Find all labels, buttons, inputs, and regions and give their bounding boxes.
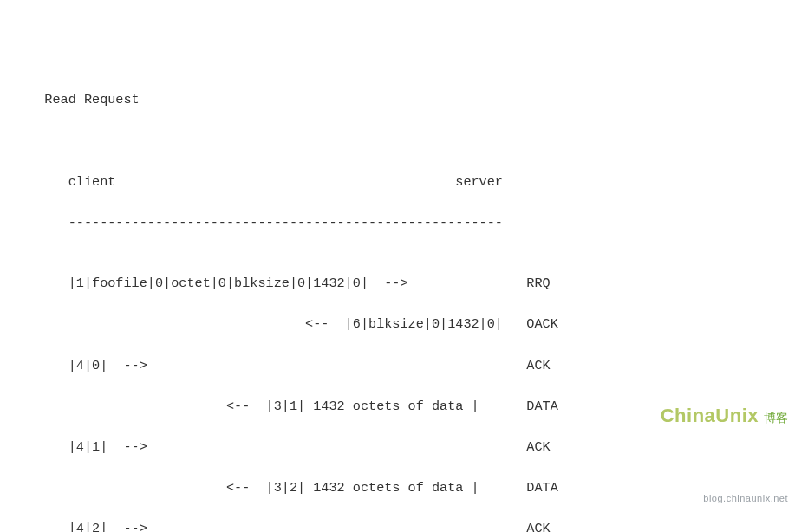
read-row: |4|1| --> ACK bbox=[21, 438, 795, 458]
tag-cell: ACK bbox=[526, 358, 550, 373]
tag-cell: RRQ bbox=[526, 276, 550, 291]
tag-cell: OACK bbox=[526, 316, 557, 332]
tag-cell: ACK bbox=[526, 439, 550, 455]
diagram-cell: |4|2| --> bbox=[68, 521, 503, 532]
read-rule: ----------------------------------------… bbox=[21, 213, 795, 234]
read-title: Read Request bbox=[21, 90, 795, 111]
read-row: |1|foofile|0|octet|0|blksize|0|1432|0| -… bbox=[21, 274, 795, 295]
diagram-cell: |4|1| --> bbox=[68, 439, 503, 455]
diagram-cell: <-- |6|blksize|0|1432|0| bbox=[68, 316, 503, 332]
read-header: client server bbox=[21, 172, 795, 193]
diagram-cell: <-- |3|1| 1432 octets of data | bbox=[68, 399, 503, 414]
read-row: |4|2| --> ACK bbox=[21, 519, 795, 532]
diagram-cell: |1|foofile|0|octet|0|blksize|0|1432|0| -… bbox=[68, 276, 503, 291]
tag-cell: ACK bbox=[526, 521, 550, 532]
tag-cell: DATA bbox=[526, 399, 557, 414]
diagram-cell: <-- |3|2| 1432 octets of data | bbox=[68, 480, 503, 496]
read-row: |4|0| --> ACK bbox=[21, 356, 795, 377]
tag-cell: DATA bbox=[526, 480, 557, 496]
read-row: <-- |3|1| 1432 octets of data | DATA bbox=[21, 397, 795, 418]
read-row: <-- |6|blksize|0|1432|0| OACK bbox=[21, 315, 795, 335]
read-row: <-- |3|2| 1432 octets of data | DATA bbox=[21, 478, 795, 499]
blank-line bbox=[21, 131, 795, 152]
diagram-cell: |4|0| --> bbox=[68, 358, 503, 373]
